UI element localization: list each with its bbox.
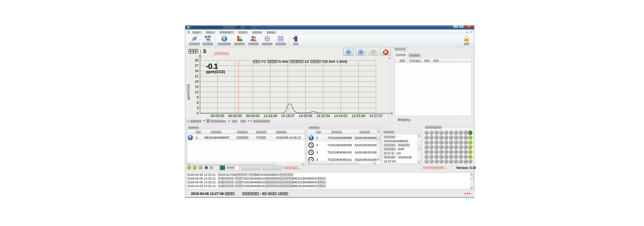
- svg-text:9: 9: [197, 95, 199, 99]
- svg-text:00:00:00: 00:00:00: [228, 114, 242, 118]
- svg-text:14:20:05: 14:20:05: [299, 114, 312, 118]
- svg-text:14:24:02: 14:24:02: [334, 114, 347, 118]
- svg-text:14:18:07: 14:18:07: [281, 114, 294, 118]
- svg-text:00:00:00: 00:00:00: [210, 114, 224, 118]
- svg-text:14:25:59: 14:25:59: [352, 114, 365, 118]
- svg-text:12: 12: [195, 90, 199, 94]
- svg-text:14:22:04: 14:22:04: [316, 114, 330, 118]
- svg-text:ppm(CO2): ppm(CO2): [186, 84, 190, 100]
- svg-text:14:27:57: 14:27:57: [369, 114, 383, 118]
- svg-text:3: 3: [197, 106, 199, 110]
- svg-text:00:00:00: 00:00:00: [246, 114, 260, 118]
- svg-text:6: 6: [197, 101, 199, 104]
- svg-text:15: 15: [195, 85, 199, 89]
- svg-text:-0.1: -0.1: [206, 62, 218, 70]
- svg-text:14:16:09: 14:16:09: [264, 114, 277, 118]
- svg-text:27: 27: [195, 64, 199, 68]
- svg-text:21: 21: [195, 74, 199, 78]
- svg-text:18: 18: [195, 80, 199, 83]
- svg-text:30: 30: [195, 58, 199, 62]
- svg-text:0: 0: [197, 111, 199, 115]
- svg-text:24: 24: [195, 69, 199, 73]
- svg-text:ppm(CO2): ppm(CO2): [206, 70, 225, 74]
